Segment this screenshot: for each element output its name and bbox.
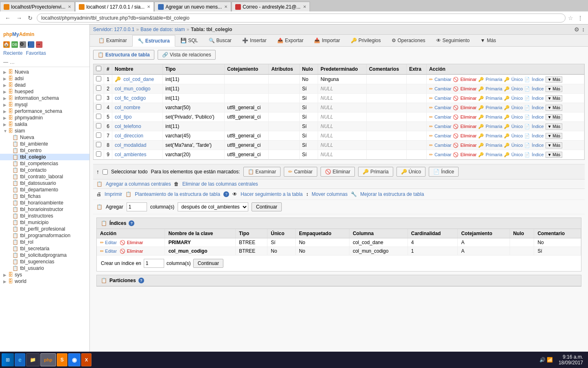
sidebar-item-siam[interactable]: ▼🗄siam [0, 128, 89, 134]
col-name-link[interactable]: col_cod_dane [123, 76, 154, 82]
cambiar-link[interactable]: Cambiar [434, 133, 452, 138]
collapse-all-icon[interactable]: — [3, 59, 8, 65]
cambiar-link[interactable]: Cambiar [434, 114, 452, 119]
sidebar-item-tbl_rol[interactable]: 📋tbl_rol [0, 239, 89, 245]
url-input[interactable] [37, 13, 566, 22]
home-icon[interactable]: 🏠 [3, 41, 10, 48]
continuar-agregar-button[interactable]: Continuar [252, 202, 282, 211]
nav-tab-seguimiento[interactable]: 👁Seguimiento [431, 35, 475, 46]
sidebar-item-tbl_solicitudprograma[interactable]: 📋tbl_solicitudprograma [0, 252, 89, 258]
sidebar-item-tbl_colegio[interactable]: 📋tbl_colegio [0, 154, 89, 160]
gear-icon[interactable]: ⚙ [574, 26, 579, 33]
sidebar-item-performance_schema[interactable]: ▶🗄performance_schema [0, 108, 89, 114]
tab-4[interactable]: Correo - andrestyle.21@... ✕ [232, 2, 310, 11]
indice-btn[interactable]: 📄 Índice [429, 167, 459, 177]
settings-icon[interactable]: ⚙ [20, 41, 26, 48]
menu-button[interactable]: ⋮ [576, 14, 585, 22]
cambiar-btn[interactable]: ✏ Cambiar [284, 167, 317, 177]
nav-tab-mas[interactable]: ▼Más [475, 35, 501, 46]
row-checkbox-1[interactable] [96, 85, 101, 91]
tab-3-close[interactable]: ✕ [224, 4, 227, 9]
sidebar-item-tbl_usuario[interactable]: 📋tbl_usuario [0, 265, 89, 272]
sidebar-item-Nueva[interactable]: ▶🗄Nueva [0, 69, 89, 75]
sidebar-item-tbl_centro[interactable]: 📋tbl_centro [0, 147, 89, 154]
favorites-link[interactable]: Favoritas [26, 50, 46, 56]
info-icon2[interactable]: i [28, 41, 34, 48]
indice-link[interactable]: Índice [532, 77, 543, 82]
nav-tab-buscar[interactable]: 🔍Buscar [203, 35, 237, 46]
indice-link[interactable]: Índice [532, 124, 543, 129]
unico-btn[interactable]: 🔑 Único [396, 167, 426, 177]
sidebar-item-dead[interactable]: ▶🗄dead [0, 82, 89, 88]
select-all-bottom-checkbox[interactable] [102, 169, 108, 175]
nav-tab-privilegios[interactable]: 🔑Privilegios [345, 35, 386, 46]
window-collapse-icon[interactable]: ↕ [582, 26, 585, 33]
indice-link[interactable]: Índice [532, 96, 543, 101]
indice-link[interactable]: Índice [532, 114, 543, 119]
primaria-link[interactable]: Primaria [486, 77, 502, 82]
unico-link[interactable]: Único [511, 96, 523, 101]
examinar-btn[interactable]: 📋 Examinar [243, 167, 281, 177]
unico-link[interactable]: Único [511, 86, 523, 91]
sidebar-item-tbl_fichas[interactable]: 📋tbl_fichas [0, 193, 89, 200]
more-button[interactable]: ▼ Más [546, 133, 563, 139]
nav-tab-estructura[interactable]: 🔧Estructura [132, 35, 175, 47]
col-name-link[interactable]: col_telefono [115, 123, 141, 129]
indice-link[interactable]: Índice [532, 152, 543, 157]
eliminar-link[interactable]: Eliminar [460, 143, 477, 148]
sidebar-item-tbl_municipio[interactable]: 📋tbl_municipio [0, 219, 89, 226]
more-button[interactable]: ▼ Más [546, 114, 563, 120]
cambiar-link[interactable]: Cambiar [434, 152, 452, 157]
sidebar-item-information_schema[interactable]: ▶🗄information_schema [0, 95, 89, 101]
planteamiento-link[interactable]: Planteamiento de la estructura de tabla [135, 191, 220, 197]
tab-2-close[interactable]: ✕ [147, 4, 150, 9]
row-checkbox-0[interactable] [96, 76, 101, 81]
estructura-tabla-button[interactable]: 📋 Estructura de tabla [93, 50, 154, 60]
cambiar-link[interactable]: Cambiar [434, 124, 452, 129]
indices-info-icon[interactable]: ? [129, 220, 134, 226]
row-checkbox-3[interactable] [96, 104, 101, 110]
sidebar-item-tbl_contacto[interactable]: 📋tbl_contacto [0, 167, 89, 173]
partitions-info-icon[interactable]: ? [138, 278, 144, 283]
sidebar-item-tbl_datosusuario[interactable]: 📋tbl_datosusuario [0, 180, 89, 186]
row-checkbox-8[interactable] [96, 151, 101, 157]
taskbar-ie[interactable]: e [15, 353, 25, 366]
db-icon[interactable]: DB [11, 41, 18, 48]
eliminar-link[interactable]: Eliminar [460, 124, 477, 129]
more-button[interactable]: ▼ Más [546, 152, 563, 158]
primaria-link[interactable]: Primaria [486, 143, 502, 148]
sidebar-item-sakila[interactable]: ▶🗄sakila [0, 121, 89, 128]
eliminar-link[interactable]: Eliminar [460, 77, 477, 82]
create-index-button[interactable]: Continuar [193, 259, 223, 268]
col-name-link[interactable]: col_direccion [115, 133, 143, 139]
tab-3[interactable]: Agregar un nuevo mens... ✕ [154, 2, 231, 11]
row-checkbox-7[interactable] [96, 142, 101, 147]
sidebar-item-adsi[interactable]: ▶🗄adsi [0, 75, 89, 82]
cambiar-link[interactable]: Cambiar [434, 77, 452, 82]
sidebar-item-sys[interactable]: ▶🗄sys [0, 272, 89, 278]
row-checkbox-5[interactable] [96, 123, 101, 128]
sidebar-item-tbl_secretaria[interactable]: 📋tbl_secretaria [0, 245, 89, 252]
bookmark-icon[interactable]: ☆ [568, 15, 573, 21]
mover-link[interactable]: Mover columnas [312, 191, 347, 197]
unico-link[interactable]: Único [511, 143, 523, 148]
cambiar-link[interactable]: Cambiar [434, 143, 452, 148]
col-name-link[interactable]: col_fic_codigo [115, 95, 146, 101]
sidebar-item-Nueva[interactable]: 📋Nueva [0, 134, 89, 141]
sidebar-item-tbl_contrato_laboral[interactable]: 📋tbl_contrato_laboral [0, 173, 89, 180]
agregar-input[interactable] [127, 202, 147, 211]
start-button[interactable]: ⊞ [2, 353, 14, 366]
sidebar-item-world[interactable]: ▶🗄world [0, 278, 89, 285]
sidebar-item-huesped[interactable]: ▶🗄huesped [0, 88, 89, 95]
back-button[interactable]: ← [3, 14, 12, 22]
position-select[interactable]: después de col_ambientes al principio al… [178, 202, 248, 211]
idx-edit-link[interactable]: Editar [105, 249, 117, 254]
taskbar-xampp[interactable]: X [81, 353, 91, 366]
select-all-checkbox[interactable] [96, 66, 101, 71]
add-central-link[interactable]: Agregar a columnas centrales [106, 181, 171, 187]
col-name-link[interactable]: col_modalidad [115, 142, 146, 148]
more-button[interactable]: ▼ Más [546, 95, 563, 101]
sidebar-item-tbl_perfil_profesional[interactable]: 📋tbl_perfil_profesional [0, 226, 89, 232]
sidebar-item-tbl_departamento[interactable]: 📋tbl_departamento [0, 186, 89, 193]
more-button[interactable]: ▼ Más [546, 76, 563, 83]
